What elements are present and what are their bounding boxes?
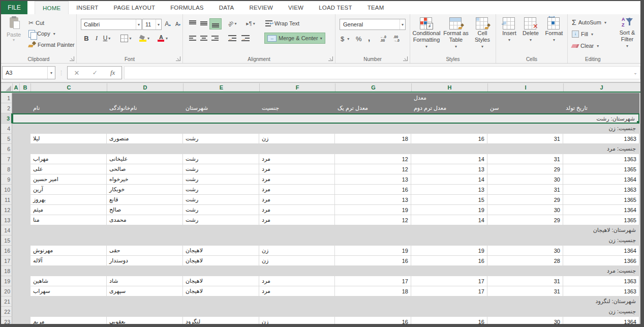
cell[interactable]: 1364 — [563, 174, 639, 184]
tab-load-test[interactable]: LOAD TEST — [311, 1, 360, 14]
formula-bar-expand-icon[interactable]: ⌄ — [631, 66, 640, 79]
cell[interactable]: 30 — [487, 317, 563, 326]
italic-button[interactable]: I — [91, 33, 102, 43]
percent-button[interactable]: % — [355, 34, 363, 44]
tab-page-layout[interactable]: PAGE LAYOUT — [106, 1, 163, 14]
bottom-align-button[interactable] — [209, 18, 222, 29]
formula-input[interactable] — [124, 66, 631, 79]
group-band-label[interactable]: جنسیت: زن — [606, 307, 638, 316]
cell[interactable]: صالح — [107, 205, 182, 215]
row-header-15[interactable]: 15 — [1, 235, 12, 246]
column-header-J[interactable]: J — [563, 83, 639, 92]
tab-data[interactable]: DATA — [211, 1, 242, 14]
cell[interactable]: نام‌خانوادگی — [107, 103, 182, 113]
decrease-decimal-button[interactable]: .00→.0 — [392, 34, 401, 44]
cell[interactable]: خیرخواه — [107, 174, 182, 184]
tab-home[interactable]: HOME — [35, 1, 69, 14]
align-right-button[interactable] — [209, 33, 221, 43]
currency-button[interactable]: $ — [340, 34, 350, 44]
cell[interactable]: 14 — [411, 215, 487, 225]
cell[interactable]: 1364 — [563, 205, 639, 215]
cell[interactable]: 13 — [335, 174, 411, 184]
align-left-button[interactable] — [187, 33, 198, 43]
row-header-5[interactable]: 5 — [1, 134, 12, 144]
row-header-7[interactable]: 7 — [1, 154, 12, 164]
cell[interactable]: لاهیجان — [183, 286, 259, 296]
cell[interactable]: شهرستان — [183, 103, 259, 113]
cell[interactable]: 19 — [411, 246, 487, 255]
cell[interactable]: 29 — [487, 164, 563, 174]
cell[interactable]: معدل ترم یک — [335, 103, 411, 113]
wrap-text-button[interactable]: Wrap Text — [264, 18, 300, 28]
column-header-H[interactable]: H — [411, 83, 487, 92]
cell[interactable]: امیر حسین — [30, 174, 106, 184]
fill-button[interactable]: ↓ Fill — [571, 29, 594, 39]
cell[interactable]: محمدی — [107, 215, 182, 225]
insert-cells-button[interactable]: ← Insert ▾ — [499, 15, 519, 43]
decrease-indent-button[interactable] — [227, 33, 238, 43]
row-header-10[interactable]: 10 — [1, 185, 12, 195]
cell[interactable]: 16 — [411, 134, 487, 143]
cell[interactable]: شاد — [107, 276, 182, 286]
cell-styles-button[interactable]: CellStyles ▾ — [471, 15, 494, 50]
cell[interactable]: میثم — [30, 205, 106, 215]
cell[interactable]: رشت — [183, 154, 259, 164]
group-band-label[interactable]: شهرستان: لاهیجان — [591, 225, 638, 235]
cell[interactable]: 29 — [487, 215, 563, 225]
row-header-4[interactable]: 4 — [1, 124, 12, 134]
name-box[interactable]: A3 ▾ — [2, 66, 55, 79]
bold-button[interactable]: B — [81, 33, 92, 43]
group-band-label[interactable]: شهرستان: لنگرود — [593, 296, 638, 306]
cell[interactable]: 1363 — [563, 185, 639, 194]
cell[interactable]: 17 — [411, 286, 487, 296]
cell[interactable]: 17 — [411, 276, 487, 286]
cell[interactable]: 1363 — [563, 276, 639, 286]
row-header-13[interactable]: 13 — [1, 215, 12, 225]
cell[interactable]: خوبکار — [107, 185, 182, 194]
cell[interactable]: رشت — [183, 215, 259, 225]
cell[interactable]: زن — [259, 256, 334, 265]
cell[interactable]: 14 — [411, 154, 487, 164]
cell[interactable]: رشت — [183, 134, 259, 143]
cell[interactable]: رشت — [183, 174, 259, 184]
row-header-22[interactable]: 22 — [1, 307, 12, 317]
cell[interactable]: رشت — [183, 164, 259, 174]
cell[interactable]: 13 — [335, 195, 411, 204]
name-box-dropdown-icon[interactable]: ▾ — [47, 67, 55, 79]
cell[interactable]: 16 — [335, 317, 411, 326]
cell[interactable]: لاهیجان — [183, 256, 259, 265]
cell[interactable]: رشت — [183, 205, 259, 215]
tab-view[interactable]: VIEW — [281, 1, 311, 14]
cell[interactable]: مرد — [259, 154, 334, 164]
cell[interactable]: 28 — [487, 256, 563, 265]
cell[interactable]: بهروز — [30, 195, 106, 204]
alignment-dialog-launcher-icon[interactable] — [328, 56, 333, 61]
cell[interactable]: 15 — [411, 195, 487, 204]
cell[interactable]: 1366 — [563, 256, 639, 265]
underline-button[interactable]: U — [101, 33, 112, 43]
group-band-label[interactable]: جنسیت: زن — [606, 235, 638, 245]
cell[interactable]: 1365 — [563, 195, 639, 204]
font-size-select[interactable]: 11 ▾ — [142, 19, 162, 30]
cell[interactable]: 1363 — [563, 154, 639, 164]
row-header-21[interactable]: 21 — [1, 296, 12, 307]
cell[interactable]: رشت — [183, 185, 259, 194]
number-format-select[interactable]: General ▾ — [340, 19, 406, 30]
cell[interactable]: 18 — [335, 134, 411, 143]
cell[interactable]: شاهین — [30, 276, 106, 286]
cell[interactable]: 1364 — [563, 246, 639, 255]
cell[interactable]: لیلا — [30, 134, 106, 143]
cell[interactable]: مهراب — [30, 154, 106, 164]
cell[interactable]: 12 — [335, 154, 411, 164]
delete-cells-button[interactable]: ✕ Delete ▾ — [520, 15, 541, 43]
cell[interactable]: آرین — [30, 185, 106, 194]
cell[interactable]: مریم — [30, 317, 106, 326]
row-header-12[interactable]: 12 — [1, 205, 12, 215]
cell[interactable]: 29 — [487, 195, 563, 204]
group-band-label[interactable]: جنسیت: زن — [606, 124, 638, 133]
cell[interactable]: مرد — [259, 276, 334, 286]
font-dialog-launcher-icon[interactable] — [176, 56, 180, 61]
group-band-label[interactable]: جنسیت: مرد — [604, 144, 638, 154]
orientation-button[interactable]: ab — [227, 18, 238, 28]
cell[interactable]: مهرنوش — [30, 246, 106, 255]
